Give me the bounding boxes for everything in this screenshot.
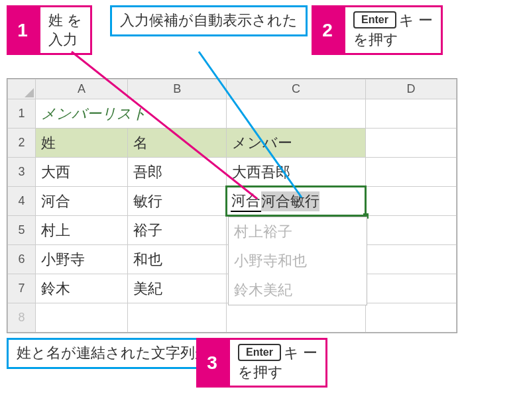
cell-d2[interactable] bbox=[365, 129, 456, 158]
autocomplete-suggestion: 河合敏行 bbox=[261, 191, 319, 211]
cell-a2[interactable]: 姓 bbox=[35, 129, 127, 158]
col-header-b[interactable]: B bbox=[128, 79, 227, 99]
spreadsheet[interactable]: A B C D 1 メンバーリスト 2 姓 名 メンバー bbox=[7, 78, 457, 333]
step1-number: 1 bbox=[7, 5, 38, 55]
note1-callout: 入力候補が自動表示 された bbox=[110, 5, 308, 36]
cell-b3[interactable]: 吾郎 bbox=[128, 158, 227, 187]
row-header-7[interactable]: 7 bbox=[8, 274, 36, 303]
cell-c3[interactable]: 大西吾郎 bbox=[227, 158, 365, 187]
step2-text: Enterキ ー を押す bbox=[343, 5, 443, 55]
cell-a1[interactable]: メンバーリスト bbox=[35, 99, 226, 129]
cell-d1[interactable] bbox=[365, 99, 456, 129]
step1-text: 姓 を 入力 bbox=[38, 5, 92, 55]
row-header-4[interactable]: 4 bbox=[8, 187, 36, 216]
row-header-3[interactable]: 3 bbox=[8, 158, 36, 187]
row-header-1[interactable]: 1 bbox=[8, 99, 36, 129]
cell-c2[interactable]: メンバー bbox=[227, 129, 365, 158]
row-2: 2 姓 名 メンバー bbox=[8, 129, 457, 158]
row-header-8[interactable]: 8 bbox=[8, 303, 36, 333]
cell-d7[interactable] bbox=[365, 274, 456, 303]
select-all-corner[interactable] bbox=[8, 79, 36, 99]
cell-c4-active[interactable]: 河合河合敏行 bbox=[227, 187, 365, 216]
cell-d8[interactable] bbox=[365, 303, 456, 333]
step1-callout: 1 姓 を 入力 bbox=[7, 5, 92, 55]
col-header-d[interactable]: D bbox=[365, 79, 456, 99]
cell-a3[interactable]: 大西 bbox=[35, 158, 127, 187]
cell-c1[interactable] bbox=[227, 99, 365, 129]
col-header-row[interactable]: A B C D bbox=[8, 79, 457, 99]
flash-fill-item: 小野寺和也 bbox=[229, 246, 367, 276]
cell-a5[interactable]: 村上 bbox=[35, 216, 127, 245]
flash-fill-preview: 村上裕子 小野寺和也 鈴木美紀 bbox=[228, 217, 367, 305]
col-header-a[interactable]: A bbox=[35, 79, 127, 99]
flash-fill-item: 鈴木美紀 bbox=[229, 276, 367, 305]
row-1: 1 メンバーリスト bbox=[8, 99, 457, 129]
enter-key-icon: Enter bbox=[353, 11, 396, 28]
select-all-icon bbox=[25, 88, 34, 97]
cell-a6[interactable]: 小野寺 bbox=[35, 245, 127, 274]
cell-b2[interactable]: 名 bbox=[128, 129, 227, 158]
cell-d6[interactable] bbox=[365, 245, 456, 274]
cell-b5[interactable]: 裕子 bbox=[128, 216, 227, 245]
cell-b7[interactable]: 美紀 bbox=[128, 274, 227, 303]
row-8: 8 bbox=[8, 303, 457, 333]
step3-callout: 3 Enterキ ー を押す bbox=[196, 338, 327, 388]
cell-b8[interactable] bbox=[128, 303, 227, 333]
cell-d5[interactable] bbox=[365, 216, 456, 245]
cell-a4[interactable]: 河合 bbox=[35, 187, 127, 216]
cell-d4[interactable] bbox=[365, 187, 456, 216]
step2-callout: 2 Enterキ ー を押す bbox=[312, 5, 443, 55]
cell-c8[interactable] bbox=[227, 303, 365, 333]
row-4: 4 河合 敏行 河合河合敏行 bbox=[8, 187, 457, 216]
cell-b6[interactable]: 和也 bbox=[128, 245, 227, 274]
cell-a7[interactable]: 鈴木 bbox=[35, 274, 127, 303]
col-header-c[interactable]: C bbox=[227, 79, 365, 99]
step3-number: 3 bbox=[196, 338, 228, 388]
step3-text: Enterキ ー を押す bbox=[228, 338, 327, 388]
typed-text: 河合 bbox=[231, 191, 261, 212]
flash-fill-item: 村上裕子 bbox=[229, 217, 367, 246]
enter-key-icon: Enter bbox=[238, 344, 281, 361]
row-3: 3 大西 吾郎 大西吾郎 bbox=[8, 158, 457, 187]
step2-number: 2 bbox=[312, 5, 343, 55]
cell-a8[interactable] bbox=[35, 303, 127, 333]
row-header-5[interactable]: 5 bbox=[8, 216, 36, 245]
row-header-6[interactable]: 6 bbox=[8, 245, 36, 274]
cell-b4[interactable]: 敏行 bbox=[128, 187, 227, 216]
cell-d3[interactable] bbox=[365, 158, 456, 187]
row-header-2[interactable]: 2 bbox=[8, 129, 36, 158]
